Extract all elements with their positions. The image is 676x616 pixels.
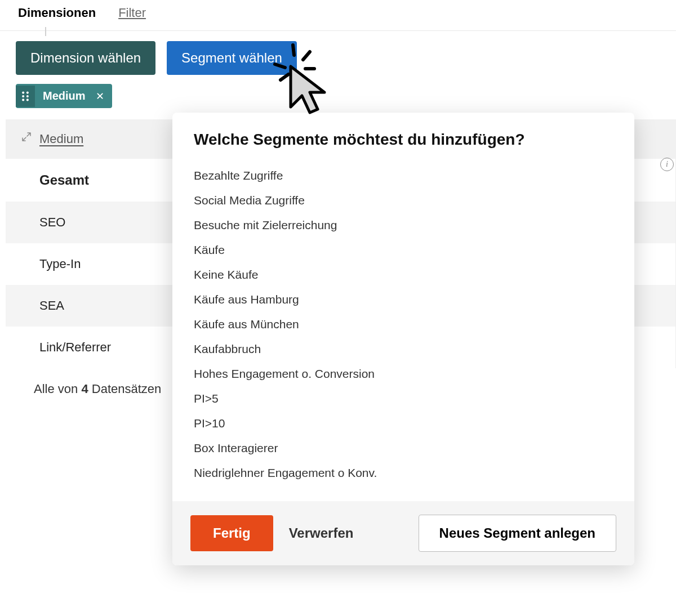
popover-title: Welche Segmente möchtest du hinzufügen? [194,131,613,149]
svg-point-5 [26,99,29,101]
segment-option[interactable]: Hohes Engagement o. Conversion [194,361,613,386]
segment-option[interactable]: Käufe aus Hamburg [194,287,613,312]
svg-point-1 [26,91,29,93]
segment-option[interactable]: PI>10 [194,411,613,436]
svg-point-2 [22,95,24,97]
discard-button[interactable]: Verwerfen [289,525,354,541]
chip-label: Medium [35,84,94,108]
segment-option[interactable]: Niedriglehner Engagement o Konv. [194,461,613,485]
segment-option[interactable]: Käufe [194,238,613,262]
segment-option[interactable]: Bezahlte Zugriffe [194,163,613,188]
tab-filter[interactable]: Filter [118,6,146,20]
segment-option[interactable]: Social Media Zugriffe [194,188,613,213]
svg-point-3 [26,95,29,97]
segment-option[interactable]: Keine Käufe [194,262,613,287]
segment-option[interactable]: Käufe aus München [194,312,613,337]
done-button[interactable]: Fertig [190,515,273,551]
segment-option[interactable]: PI>5 [194,386,613,411]
tab-caret [45,27,46,36]
segment-option[interactable]: Besuche mit Zielerreichung [194,213,613,238]
choose-dimension-button[interactable]: Dimension wählen [16,41,155,75]
tab-dimensionen[interactable]: Dimensionen [18,6,96,20]
info-icon[interactable]: i [660,158,674,171]
drag-handle-icon[interactable] [16,86,35,107]
choose-segment-button[interactable]: Segment wählen [167,41,297,75]
top-tabs: Dimensionen Filter [0,0,676,26]
column-header-medium[interactable]: Medium [39,132,83,146]
toolbar: Dimension wählen Segment wählen [0,30,676,81]
segment-option[interactable]: Kaufabbruch [194,337,613,361]
new-segment-button[interactable]: Neues Segment anlegen [419,515,616,552]
dimension-chip-medium[interactable]: Medium ✕ [16,84,112,108]
segment-popover: Welche Segmente möchtest du hinzufügen? … [172,113,634,565]
svg-point-0 [22,91,24,93]
svg-point-4 [22,99,24,101]
segment-option[interactable]: Box Interagierer [194,436,613,461]
close-icon[interactable]: ✕ [94,84,112,108]
expand-icon[interactable] [21,132,32,145]
popover-footer: Fertig Verwerfen Neues Segment anlegen [172,501,634,565]
